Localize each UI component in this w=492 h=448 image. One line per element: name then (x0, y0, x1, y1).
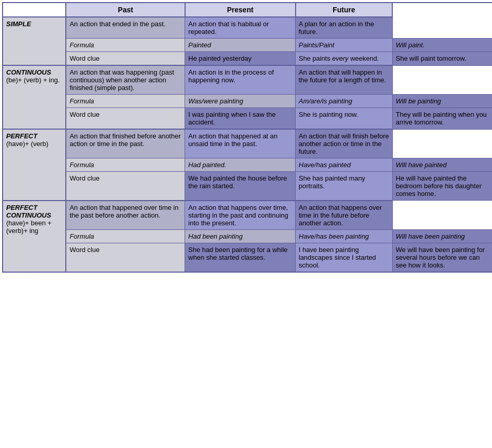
header-col3: Future (296, 3, 393, 17)
clue-row-perfect-continuous: Word clueShe had been painting for a whi… (3, 243, 492, 272)
past-clue-simple: He painted yesterday (185, 52, 296, 66)
clue-label-perfect: Word clue (66, 172, 185, 201)
category-continuous: CONTINUOUS(be)+ (verb) + ing. (3, 65, 66, 129)
formula-row-simple: FormulaPaintedPaints/PaintWill paint. (3, 39, 492, 52)
formula-row-continuous: FormulaWas/were paintingAm/are/is painti… (3, 95, 492, 108)
present-formula-perfect-continuous: Have/has been painting (296, 229, 393, 243)
formula-label-perfect-continuous: Formula (66, 229, 185, 243)
future-clue-continuous: They will be painting when you arrive to… (392, 108, 492, 130)
future-formula-perfect-continuous: Will have been painting (392, 229, 492, 243)
formula-label-perfect: Formula (66, 158, 185, 172)
category-title: SIMPLE (6, 20, 31, 28)
formula-row-perfect: FormulaHad painted.Have/has paintedWill … (3, 158, 492, 172)
future-clue-perfect-continuous: We will have been painting for several h… (392, 243, 492, 272)
future-formula-continuous: Will be painting (392, 95, 492, 108)
present-desc-perfect: An action that happened at an unsaid tim… (185, 129, 296, 158)
clue-row-continuous: Word clueI was painting when I saw the a… (3, 108, 492, 130)
past-desc-continuous: An action that was happening (past conti… (66, 65, 185, 95)
clue-label-perfect-continuous: Word clue (66, 243, 185, 272)
past-formula-simple: Painted (185, 39, 296, 52)
present-formula-simple: Paints/Paint (296, 39, 393, 52)
category-title: PERFECT (6, 132, 38, 140)
desc-row-perfect-continuous: PERFECT CONTINUOUS(have)+ been + (verb)+… (3, 201, 492, 230)
past-clue-perfect: We had painted the house before the rain… (185, 172, 296, 201)
clue-row-perfect: Word clueWe had painted the house before… (3, 172, 492, 201)
desc-row-perfect: PERFECT(have)+ (verb)An action that fini… (3, 129, 492, 158)
future-formula-perfect: Will have painted (392, 158, 492, 172)
category-sub: (have)+ been + (verb)+ ing (6, 219, 51, 235)
category-sub: (be)+ (verb) + ing. (6, 76, 60, 84)
header-col2: Present (185, 3, 296, 17)
header-col1: Past (66, 3, 185, 17)
clue-row-simple: Word clueHe painted yesterdayShe paints … (3, 52, 492, 66)
clue-label-continuous: Word clue (66, 108, 185, 130)
past-formula-perfect-continuous: Had been painting (185, 229, 296, 243)
category-title: CONTINUOUS (6, 68, 51, 76)
present-clue-simple: She paints every weekend. (296, 52, 393, 66)
desc-row-simple: SIMPLEAn action that ended in the past.A… (3, 17, 492, 39)
future-desc-perfect-continuous: An action that happens over time in the … (296, 201, 393, 230)
clue-label-simple: Word clue (66, 52, 185, 66)
future-desc-continuous: An action that will happen in the future… (296, 65, 393, 95)
future-clue-perfect: He will have painted the bedroom before … (392, 172, 492, 201)
present-clue-perfect-continuous: I have been painting landscapes since I … (296, 243, 393, 272)
past-formula-perfect: Had painted. (185, 158, 296, 172)
formula-label-simple: Formula (66, 39, 185, 52)
category-perfect-continuous: PERFECT CONTINUOUS(have)+ been + (verb)+… (3, 201, 66, 272)
future-desc-simple: A plan for an action in the future. (296, 17, 393, 39)
header-row: Past Present Future (3, 3, 492, 17)
category-simple: SIMPLE (3, 17, 66, 65)
past-formula-continuous: Was/were painting (185, 95, 296, 108)
formula-label-continuous: Formula (66, 95, 185, 108)
present-formula-perfect: Have/has painted (296, 158, 393, 172)
present-desc-simple: An action that is habitual or repeated. (185, 17, 296, 39)
category-perfect: PERFECT(have)+ (verb) (3, 129, 66, 201)
present-clue-perfect: She has painted many portraits. (296, 172, 393, 201)
future-clue-simple: She will paint tomorrow. (392, 52, 492, 66)
future-desc-perfect: An action that will finish before anothe… (296, 129, 393, 158)
past-desc-perfect: An action that finished before another a… (66, 129, 185, 158)
present-clue-continuous: She is painting now. (296, 108, 393, 130)
desc-row-continuous: CONTINUOUS(be)+ (verb) + ing.An action t… (3, 65, 492, 95)
category-title: PERFECT CONTINUOUS (6, 204, 51, 219)
past-clue-continuous: I was painting when I saw the accident. (185, 108, 296, 130)
present-desc-perfect-continuous: An action that happens over time, starti… (185, 201, 296, 230)
future-formula-simple: Will paint. (392, 39, 492, 52)
header-col0 (3, 3, 66, 17)
past-desc-simple: An action that ended in the past. (66, 17, 185, 39)
formula-row-perfect-continuous: FormulaHad been paintingHave/has been pa… (3, 229, 492, 243)
past-clue-perfect-continuous: She had been painting for a while when s… (185, 243, 296, 272)
category-sub: (have)+ (verb) (6, 140, 48, 148)
past-desc-perfect-continuous: An action that happened over time in the… (66, 201, 185, 230)
present-formula-continuous: Am/are/is painting (296, 95, 393, 108)
present-desc-continuous: An action is in the process of happening… (185, 65, 296, 95)
tense-table: Past Present Future SIMPLEAn action that… (2, 2, 492, 273)
